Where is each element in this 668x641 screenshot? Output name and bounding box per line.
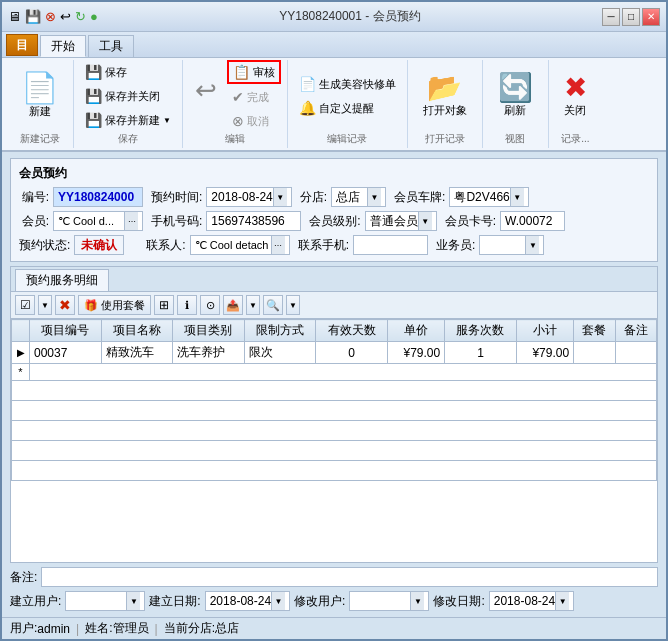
cancel-button[interactable]: ⊗ 取消 bbox=[227, 110, 281, 132]
save-new-dropdown-icon: ▼ bbox=[163, 116, 171, 125]
appt-time-value: 2018-08-24 bbox=[211, 190, 272, 204]
member-input[interactable]: ℃ Cool d... ⋯ bbox=[53, 211, 143, 231]
custom-button[interactable]: 🔔 自定义提醒 bbox=[294, 97, 401, 119]
col-item-no: 项目编号 bbox=[30, 320, 102, 342]
member-card-input[interactable]: W.00072 bbox=[500, 211, 565, 231]
col-valid-days: 有效天数 bbox=[316, 320, 388, 342]
app-icon-2: 💾 bbox=[25, 9, 41, 24]
table-delete-btn[interactable]: ✖ bbox=[55, 295, 75, 315]
remark-input[interactable] bbox=[41, 567, 658, 587]
member-level-input[interactable]: 普通会员 ▼ bbox=[365, 211, 437, 231]
table-checkbox[interactable]: ☑ bbox=[15, 295, 35, 315]
member-browse[interactable]: ⋯ bbox=[124, 212, 138, 230]
member-level-dropdown[interactable]: ▼ bbox=[418, 212, 432, 230]
member-level-value: 普通会员 bbox=[370, 213, 418, 230]
cell-package[interactable] bbox=[574, 342, 615, 364]
generate-icon: 📄 bbox=[299, 76, 316, 92]
review-button[interactable]: 📋 审核 bbox=[227, 60, 281, 84]
staff-dropdown[interactable]: ▼ bbox=[525, 236, 539, 254]
review-icon: 📋 bbox=[233, 64, 250, 80]
refresh-button[interactable]: 🔄 刷新 bbox=[489, 70, 542, 122]
phone-label: 手机号码: bbox=[151, 213, 202, 230]
close-button[interactable]: ✖ 关闭 bbox=[555, 70, 596, 122]
branch-dropdown[interactable]: ▼ bbox=[367, 188, 381, 206]
empty-row-4 bbox=[12, 441, 657, 461]
table-grid-btn[interactable]: ⊞ bbox=[154, 295, 174, 315]
remark-label: 备注: bbox=[10, 569, 37, 586]
create-user-input[interactable]: ▼ bbox=[65, 591, 145, 611]
save-close-icon: 💾 bbox=[85, 88, 102, 104]
table-export-dropdown[interactable]: ▼ bbox=[246, 295, 260, 315]
service-detail-tab-label: 预约服务明细 bbox=[26, 273, 98, 287]
status-branch-label: 当前分店: bbox=[164, 620, 215, 637]
member-car-input[interactable]: 粤D2V466 ▼ bbox=[449, 187, 528, 207]
staff-label: 业务员: bbox=[436, 237, 475, 254]
refresh-label: 刷新 bbox=[504, 103, 526, 118]
table-export-btn[interactable]: 📤 bbox=[223, 295, 243, 315]
status-user-value: admin bbox=[37, 622, 70, 636]
menu-icon: 目 bbox=[16, 37, 28, 54]
phone-input[interactable]: 15697438596 bbox=[206, 211, 301, 231]
window-close-button[interactable]: ✕ bbox=[642, 8, 660, 26]
create-date-input[interactable]: 2018-08-24 ▼ bbox=[205, 591, 290, 611]
minimize-button[interactable]: ─ bbox=[602, 8, 620, 26]
title-bar: 🖥 💾 ⊗ ↩ ↻ ● YY1808240001 - 会员预约 ─ □ ✕ bbox=[2, 2, 666, 32]
cell-limit-type[interactable]: 限次 bbox=[244, 342, 316, 364]
generate-button[interactable]: 📄 生成美容快修单 bbox=[294, 73, 401, 95]
save-new-button[interactable]: 💾 保存并新建 ▼ bbox=[80, 109, 176, 131]
appt-time-input[interactable]: 2018-08-24 ▼ bbox=[206, 187, 291, 207]
create-date-dropdown[interactable]: ▼ bbox=[271, 592, 285, 610]
appt-time-dropdown[interactable]: ▼ bbox=[273, 188, 287, 206]
table-info2-btn[interactable]: ⊙ bbox=[200, 295, 220, 315]
tab-tools-label: 工具 bbox=[99, 38, 123, 55]
save-close-button[interactable]: 💾 保存并关闭 bbox=[80, 85, 176, 107]
maximize-button[interactable]: □ bbox=[622, 8, 640, 26]
open-object-button[interactable]: 📂 打开对象 bbox=[414, 70, 476, 122]
code-input[interactable]: YY180824000 bbox=[53, 187, 143, 207]
save-button[interactable]: 💾 保存 bbox=[80, 61, 176, 83]
cell-subtotal[interactable]: ¥79.00 bbox=[516, 342, 573, 364]
tab-tools[interactable]: 工具 bbox=[88, 35, 134, 57]
create-user-dropdown[interactable]: ▼ bbox=[126, 592, 140, 610]
table-row: ▶ 00037 精致洗车 洗车养护 限次 0 ¥79.00 1 ¥79.00 bbox=[12, 342, 657, 364]
cell-service-count[interactable]: 1 bbox=[445, 342, 517, 364]
cell-remark[interactable] bbox=[615, 342, 656, 364]
table-info-btn[interactable]: ℹ bbox=[177, 295, 197, 315]
cell-item-name[interactable]: 精致洗车 bbox=[101, 342, 173, 364]
table-search-dropdown[interactable]: ▼ bbox=[286, 295, 300, 315]
modify-user-dropdown[interactable]: ▼ bbox=[410, 592, 424, 610]
table-use-package-btn[interactable]: 🎁 使用套餐 bbox=[78, 295, 151, 315]
contact-label: 联系人: bbox=[146, 237, 185, 254]
cell-unit-price[interactable]: ¥79.00 bbox=[387, 342, 444, 364]
contact-phone-input[interactable] bbox=[353, 235, 428, 255]
staff-input[interactable]: ▼ bbox=[479, 235, 544, 255]
new-record-button[interactable]: 📄 新建 bbox=[12, 69, 67, 123]
cell-item-type[interactable]: 洗车养护 bbox=[173, 342, 245, 364]
cell-valid-days[interactable]: 0 bbox=[316, 342, 388, 364]
branch-label: 分店: bbox=[300, 189, 327, 206]
open-icon: 📂 bbox=[427, 74, 462, 102]
contact-browse[interactable]: ⋯ bbox=[271, 236, 285, 254]
member-card-label: 会员卡号: bbox=[445, 213, 496, 230]
service-detail-tab[interactable]: 预约服务明细 bbox=[15, 269, 109, 291]
modify-user-input[interactable]: ▼ bbox=[349, 591, 429, 611]
col-item-name: 项目名称 bbox=[101, 320, 173, 342]
modify-date-dropdown[interactable]: ▼ bbox=[555, 592, 569, 610]
table-search-btn[interactable]: 🔍 bbox=[263, 295, 283, 315]
edit-group-label: 编辑 bbox=[225, 132, 245, 148]
table-dropdown-btn[interactable]: ▼ bbox=[38, 295, 52, 315]
office-menu-button[interactable]: 目 bbox=[6, 34, 38, 56]
close-label: 关闭 bbox=[564, 103, 586, 118]
contact-phone-label: 联系手机: bbox=[298, 237, 349, 254]
contact-input[interactable]: ℃ Cool detach ⋯ bbox=[190, 235, 290, 255]
branch-input[interactable]: 总店 ▼ bbox=[331, 187, 386, 207]
cell-item-no[interactable]: 00037 bbox=[30, 342, 102, 364]
complete-button[interactable]: ✔ 完成 bbox=[227, 86, 281, 108]
member-car-dropdown[interactable]: ▼ bbox=[510, 188, 524, 206]
tab-start[interactable]: 开始 bbox=[40, 35, 86, 57]
app-icon-3: ⊗ bbox=[45, 9, 56, 24]
open-record-group-label: 打开记录 bbox=[425, 132, 465, 148]
modify-date-input[interactable]: 2018-08-24 ▼ bbox=[489, 591, 574, 611]
col-unit-price: 单价 bbox=[387, 320, 444, 342]
undo-button[interactable]: ↩ _ bbox=[189, 73, 223, 120]
